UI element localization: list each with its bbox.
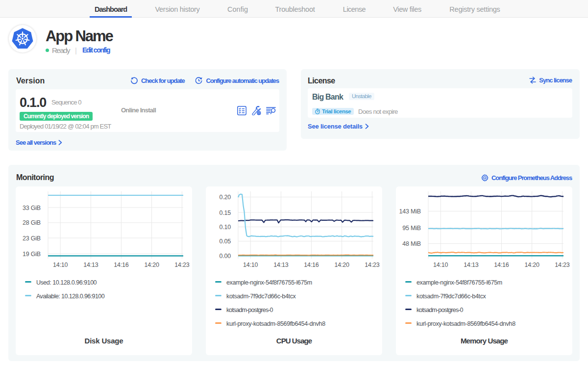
svg-text:14:10: 14:10 xyxy=(433,261,448,268)
svg-text:14:16: 14:16 xyxy=(304,261,319,268)
svg-text:14:16: 14:16 xyxy=(114,261,129,268)
svg-text:14:13: 14:13 xyxy=(83,261,98,268)
svg-text:19 GiB: 19 GiB xyxy=(23,251,41,258)
svg-text:23 GiB: 23 GiB xyxy=(23,235,41,242)
svg-text:14:10: 14:10 xyxy=(53,261,68,268)
svg-text:14:23: 14:23 xyxy=(365,261,380,268)
svg-text:14:23: 14:23 xyxy=(174,261,190,268)
svg-text:14:23: 14:23 xyxy=(555,261,570,268)
svg-text:95 MiB: 95 MiB xyxy=(402,225,421,232)
svg-text:143 MiB: 143 MiB xyxy=(399,208,421,215)
svg-text:0.00: 0.00 xyxy=(219,253,231,260)
svg-text:14:10: 14:10 xyxy=(243,261,258,268)
svg-text:0.05: 0.05 xyxy=(219,238,231,245)
svg-text:28 GiB: 28 GiB xyxy=(23,219,41,226)
svg-text:14:13: 14:13 xyxy=(464,261,479,268)
svg-text:14:20: 14:20 xyxy=(334,261,349,268)
svg-text:14:13: 14:13 xyxy=(273,261,289,268)
svg-text:0.10: 0.10 xyxy=(219,224,231,231)
svg-text:14:16: 14:16 xyxy=(494,261,509,268)
svg-text:14:20: 14:20 xyxy=(524,261,539,268)
svg-text:48 MiB: 48 MiB xyxy=(402,240,421,247)
svg-text:33 GiB: 33 GiB xyxy=(23,205,41,211)
svg-text:14:20: 14:20 xyxy=(144,261,159,268)
svg-text:0.15: 0.15 xyxy=(219,209,231,216)
svg-text:0.20: 0.20 xyxy=(219,194,231,201)
